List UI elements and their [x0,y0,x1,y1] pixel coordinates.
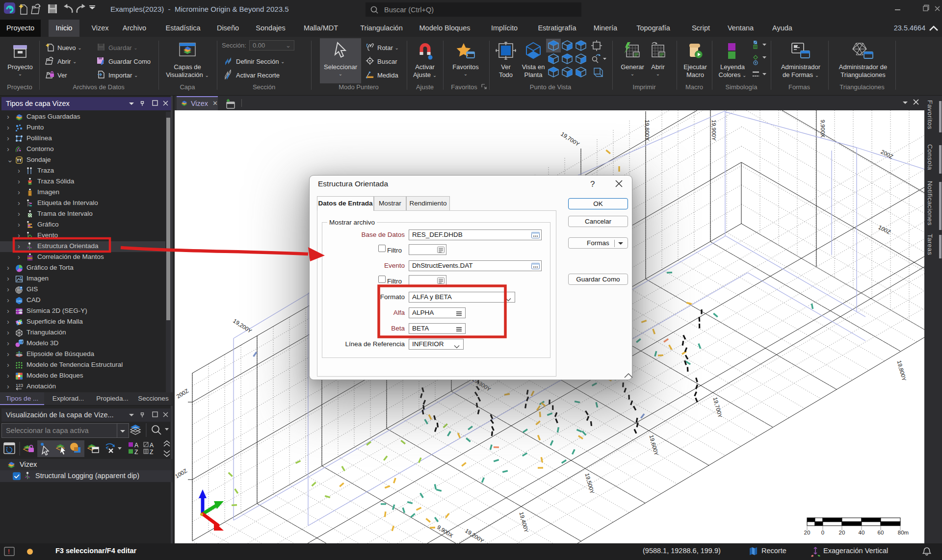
svg-text:0: 0 [821,530,824,535]
svg-text:80m: 80m [898,530,909,535]
svg-text:A: A [134,442,138,449]
svg-text:Z: Z [150,449,153,456]
svg-text:Z: Z [134,449,138,456]
svg-text:CAD: CAD [16,300,22,303]
svg-text:!: ! [8,548,10,555]
svg-text:19,800Y: 19,800Y [644,120,650,141]
svg-text:20: 20 [839,530,845,535]
svg-text:9,900X: 9,900X [820,120,826,138]
svg-text:A: A [150,442,154,449]
svg-text:40: 40 [859,530,865,535]
svg-text:19,900Y: 19,900Y [711,120,717,141]
svg-text:60: 60 [878,530,884,535]
svg-text:123: 123 [16,383,23,388]
svg-text:20: 20 [804,530,811,535]
